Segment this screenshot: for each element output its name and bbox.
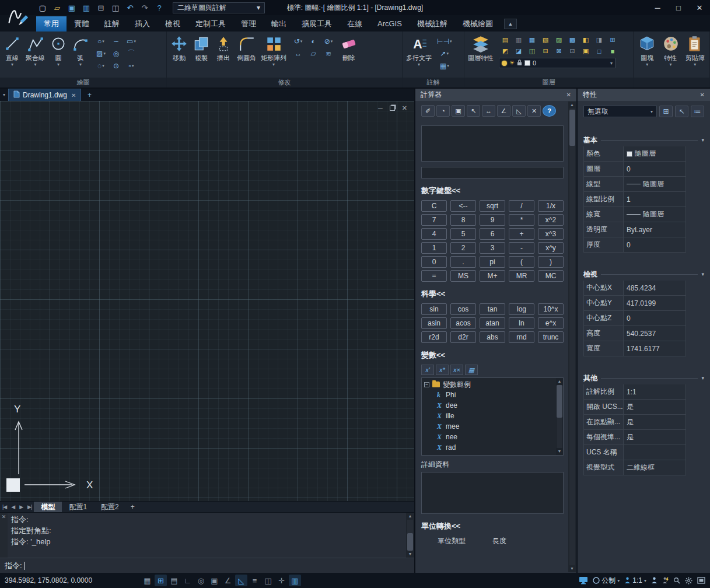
calc-reciprocal-button[interactable]: 1/x bbox=[538, 200, 564, 212]
calc-divide-button[interactable]: / bbox=[509, 200, 534, 212]
region-icon[interactable]: ◌▾ bbox=[95, 60, 107, 71]
rect-array-tool[interactable]: 矩形陣列 ▾ bbox=[259, 33, 288, 68]
draw-panel-label[interactable]: 繪圖 bbox=[0, 78, 166, 88]
command-scrollbar[interactable]: ▲ ▼ bbox=[406, 513, 414, 558]
add-layout-button[interactable]: + bbox=[126, 503, 139, 511]
workspace-switcher[interactable]: 二維草圖與註解 ▾ bbox=[173, 2, 265, 13]
property-row-basic-3[interactable]: 線型比例1 bbox=[583, 192, 686, 207]
calc-m--button[interactable]: M+ bbox=[480, 270, 505, 282]
calc-plus-button[interactable]: + bbox=[509, 228, 534, 240]
numpad-section-header[interactable]: 數字鍵盤<< bbox=[421, 186, 564, 196]
quick-select-icon[interactable]: ≔ bbox=[691, 106, 704, 117]
selection-dropdown[interactable]: 無選取 ▾ bbox=[583, 106, 657, 117]
dynamic-input-icon[interactable]: ✛ bbox=[275, 575, 288, 586]
ribbon-tab-4[interactable]: 檢視 bbox=[158, 16, 188, 32]
scroll-down-icon[interactable]: ▼ bbox=[408, 551, 412, 557]
ribbon-tab-1[interactable]: 實體 bbox=[67, 16, 97, 32]
ribbon-tab-11[interactable]: 機械註解 bbox=[410, 16, 455, 32]
erase-tool[interactable]: 刪除 bbox=[338, 33, 359, 62]
annotate-panel-label[interactable]: 註解 bbox=[403, 78, 464, 88]
layer-dropdown[interactable]: ☀ 0 ▾ bbox=[499, 58, 615, 68]
autoscale-icon[interactable] bbox=[662, 577, 669, 584]
table-icon[interactable]: ▦▾ bbox=[437, 60, 452, 71]
scrollbar-thumb[interactable] bbox=[407, 533, 413, 551]
calc-decimal-button[interactable]: . bbox=[450, 256, 476, 268]
property-value[interactable]: 417.0199 bbox=[624, 296, 685, 310]
scrollbar-thumb[interactable] bbox=[557, 385, 562, 418]
calc-pi-button[interactable]: pi bbox=[480, 256, 505, 268]
new-drawing-button[interactable]: + bbox=[83, 90, 95, 100]
offset-icon[interactable]: ▱ bbox=[307, 48, 320, 59]
property-row-other-3[interactable]: 每個視埠...是 bbox=[583, 430, 686, 445]
ribbon-tab-10[interactable]: ArcGIS bbox=[370, 16, 410, 32]
scroll-up-icon[interactable]: ▲ bbox=[408, 513, 412, 519]
calc-digit-8-button[interactable]: 8 bbox=[450, 214, 476, 226]
calc-digit-7-button[interactable]: 7 bbox=[421, 214, 447, 226]
property-value[interactable]: 1741.6177 bbox=[624, 341, 685, 356]
distance-between-points-icon[interactable]: ↔ bbox=[482, 105, 495, 117]
line-tool[interactable]: 直線 ▾ bbox=[2, 33, 23, 68]
workspace-gear-icon[interactable] bbox=[685, 577, 692, 584]
variable-to-input-icon[interactable]: ▦ bbox=[465, 365, 478, 375]
calc-digit-4-button[interactable]: 4 bbox=[421, 228, 447, 240]
property-value[interactable]: 隨圖層 bbox=[624, 207, 685, 222]
collapse-icon[interactable]: ▾ bbox=[701, 375, 704, 381]
layer-walk-icon[interactable]: ⊠ bbox=[552, 46, 565, 56]
clipboard-tool[interactable]: 剪貼簿 ▾ bbox=[684, 33, 706, 68]
move-to-layer-icon[interactable]: ⊟ bbox=[539, 46, 552, 56]
ribbon-tab-5[interactable]: 定制工具 bbox=[188, 16, 233, 32]
undo-icon[interactable]: ↶ bbox=[124, 2, 137, 13]
new-file-icon[interactable]: ▢ bbox=[36, 2, 49, 13]
grid-display-icon[interactable]: ▤ bbox=[168, 575, 180, 586]
toggle-pickadd-icon[interactable]: ⊞ bbox=[659, 106, 673, 117]
calculator-history-display[interactable] bbox=[421, 125, 564, 162]
property-row-other-4[interactable]: UCS 名稱 bbox=[583, 445, 686, 460]
section-header-other[interactable]: 其他▾ bbox=[583, 372, 704, 384]
calc-square-button[interactable]: x^2 bbox=[538, 214, 564, 226]
layer-previous-icon[interactable]: ◪ bbox=[512, 46, 525, 56]
calc-ten-to-x-button[interactable]: 10^x bbox=[538, 303, 564, 315]
scroll-up-icon[interactable]: ▲ bbox=[558, 379, 562, 384]
point-icon[interactable]: ⊙ bbox=[110, 60, 123, 71]
variable-row[interactable]: Xvee bbox=[424, 453, 554, 455]
mirror-icon[interactable]: ◐ bbox=[307, 36, 320, 47]
calc-atan-button[interactable]: atan bbox=[480, 317, 505, 329]
property-value[interactable]: 0 bbox=[624, 237, 685, 252]
isolate-objects-icon[interactable] bbox=[673, 577, 680, 584]
get-coordinates-icon[interactable]: ↖ bbox=[467, 105, 480, 117]
property-row-basic-4[interactable]: 線寬隨圖層 bbox=[583, 207, 686, 222]
calc-asin-button[interactable]: asin bbox=[421, 317, 447, 329]
property-value[interactable]: 1:1 bbox=[624, 384, 685, 399]
snap-mode-icon[interactable]: ⊞ bbox=[155, 575, 167, 586]
calc-digit-1-button[interactable]: 1 bbox=[421, 242, 447, 254]
calc-equals-button[interactable]: = bbox=[421, 270, 447, 282]
property-row-view-2[interactable]: 中心點Z0 bbox=[583, 311, 686, 326]
property-row-other-0[interactable]: 註解比例1:1 bbox=[583, 384, 686, 400]
layout-tab-2[interactable]: 配置2 bbox=[94, 502, 126, 513]
layout-tab-1[interactable]: 配置1 bbox=[62, 502, 94, 513]
layers-panel-label[interactable]: 圖層 bbox=[464, 78, 633, 88]
revision-cloud-icon[interactable]: ⌒ bbox=[125, 48, 138, 59]
ribbon-tab-9[interactable]: 在線 bbox=[340, 16, 370, 32]
calc-log-button[interactable]: log bbox=[509, 303, 534, 315]
next-layout-icon[interactable]: ▶ bbox=[17, 504, 25, 510]
edit-variable-icon[interactable]: x* bbox=[436, 365, 449, 375]
section-header-basic[interactable]: 基本▾ bbox=[583, 134, 704, 146]
paste-value-icon[interactable]: ▣ bbox=[452, 105, 465, 117]
open-folder-icon[interactable]: ▱ bbox=[51, 2, 64, 13]
calc-d2r-button[interactable]: d2r bbox=[450, 331, 476, 343]
transparency-icon[interactable]: ◫ bbox=[262, 575, 274, 586]
hatch-icon[interactable]: ▨▾ bbox=[95, 48, 107, 59]
scroll-down-icon[interactable]: ▼ bbox=[558, 449, 562, 454]
plot-icon[interactable]: ⊟ bbox=[95, 2, 107, 13]
collapse-icon[interactable]: ▾ bbox=[701, 137, 704, 143]
close-command-window-icon[interactable]: ✕ bbox=[2, 514, 6, 520]
minimize-ribbon-button[interactable]: ▲ bbox=[504, 19, 517, 29]
calc-ms-button[interactable]: MS bbox=[450, 270, 476, 282]
circle-flyout-icon[interactable]: ○▾ bbox=[95, 36, 107, 47]
property-value[interactable]: 0 bbox=[624, 311, 685, 326]
modify-panel-label[interactable]: 修改 bbox=[167, 78, 402, 88]
layer-off-icon[interactable]: ▥ bbox=[512, 35, 525, 45]
polar-tracking-icon[interactable]: ◎ bbox=[195, 575, 207, 586]
calc-sin-button[interactable]: sin bbox=[421, 303, 447, 315]
